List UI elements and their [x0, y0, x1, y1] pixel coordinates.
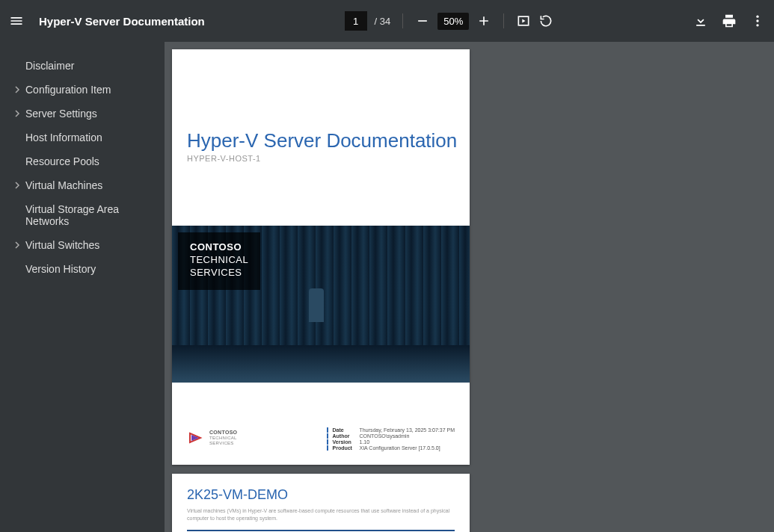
outline-label: Host Information — [25, 132, 154, 143]
outline-label: Virtual Switches — [25, 239, 154, 251]
page-title: Hyper-V Server Documentation — [187, 129, 457, 152]
outline-label: Server Settings — [25, 108, 154, 120]
footer-logo: CONTOSO TECHNICAL SERVICES — [187, 429, 237, 447]
doc-title: Hyper-V Server Documentation — [39, 15, 205, 28]
outline-item[interactable]: Virtual Storage Area Networks — [0, 197, 165, 233]
page-number-input[interactable] — [345, 11, 367, 31]
chevron-right-icon[interactable] — [13, 86, 21, 93]
outline-item[interactable]: Virtual Machines — [0, 173, 165, 197]
zoom-out-button[interactable] — [415, 13, 430, 28]
pdf-page-1: Hyper-V Server Documentation HYPER-V-HOS… — [172, 49, 470, 465]
outline-sidebar: DisclaimerConfiguration ItemServer Setti… — [0, 42, 165, 532]
outline-item[interactable]: Disclaimer — [0, 54, 165, 78]
chevron-right-icon[interactable] — [13, 182, 21, 189]
outline-item[interactable]: Server Settings — [0, 102, 165, 126]
menu-icon[interactable] — [9, 13, 24, 28]
cover-badge: CONTOSO TECHNICAL SERVICES — [178, 232, 260, 290]
outline-item[interactable]: Host Information — [0, 126, 165, 149]
vm-title: 2K25-VM-DEMO — [187, 487, 455, 503]
chevron-right-icon[interactable] — [13, 110, 21, 117]
page-total: / 34 — [375, 16, 391, 27]
svg-point-1 — [756, 16, 758, 18]
rotate-button[interactable] — [538, 13, 553, 28]
outline-label: Configuration Item — [25, 84, 154, 96]
more-menu-button[interactable] — [750, 13, 765, 28]
outline-label: Virtual Machines — [25, 179, 154, 191]
page-viewer[interactable]: Hyper-V Server Documentation HYPER-V-HOS… — [165, 42, 774, 532]
outline-label: Virtual Storage Area Networks — [25, 203, 154, 227]
svg-point-2 — [756, 19, 758, 22]
outline-item[interactable]: Resource Pools — [0, 149, 165, 173]
outline-item[interactable]: Virtual Switches — [0, 233, 165, 257]
page-subtitle: HYPER-V-HOST-1 — [187, 154, 261, 163]
general-settings-section: General Settings Generation2Identifier24… — [187, 530, 455, 532]
pdf-toolbar: Hyper-V Server Documentation / 34 50% — [0, 0, 774, 42]
svg-point-3 — [756, 24, 758, 26]
outline-label: Disclaimer — [25, 60, 154, 72]
download-button[interactable] — [693, 13, 708, 28]
zoom-value[interactable]: 50% — [437, 13, 469, 30]
pdf-page-vm-detail: 2K25-VM-DEMO Virtual machines (VMs) in H… — [172, 474, 470, 532]
vm-description: Virtual machines (VMs) in Hyper-V are so… — [187, 507, 455, 522]
cover-meta: DateThursday, February 13, 2025 3:07:37 … — [327, 427, 455, 451]
zoom-in-button[interactable] — [476, 13, 491, 28]
chevron-right-icon[interactable] — [13, 241, 21, 249]
outline-item[interactable]: Version History — [0, 257, 165, 281]
outline-item[interactable]: Configuration Item — [0, 78, 165, 102]
print-button[interactable] — [722, 13, 737, 28]
fit-page-button[interactable] — [516, 13, 531, 28]
outline-label: Resource Pools — [25, 155, 154, 167]
outline-label: Version History — [25, 263, 154, 275]
